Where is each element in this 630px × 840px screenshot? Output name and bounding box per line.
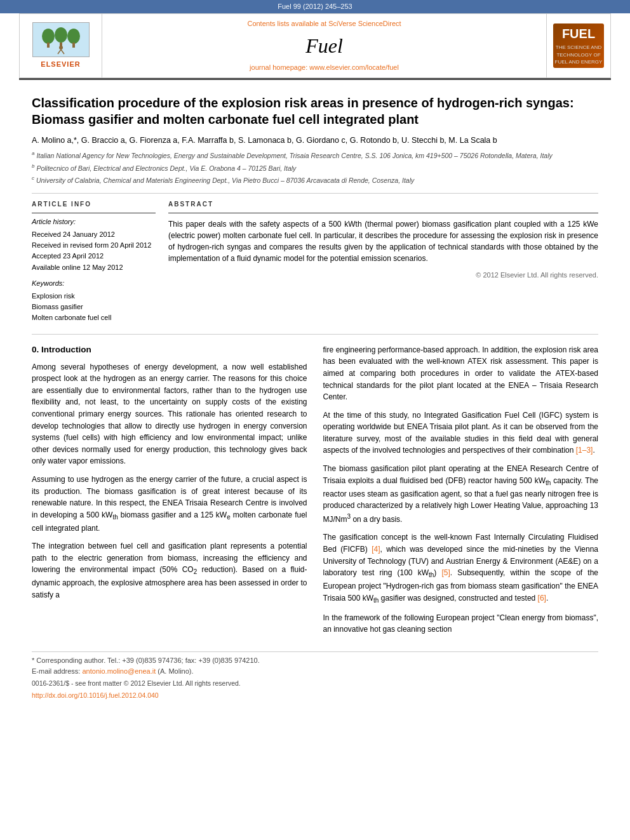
doi-line: http://dx.doi.org/10.1016/j.fuel.2012.04…	[32, 691, 598, 700]
affiliation-c-text: University of Calabria, Chemical and Mat…	[36, 176, 414, 183]
affiliation-a-text: Italian National Agency for New Technolo…	[36, 152, 552, 159]
affiliation-b-text: Politecnico of Bari, Electrical and Elec…	[36, 164, 296, 171]
section0-right-para5: In the framework of the following Europe…	[323, 612, 599, 636]
section0-right-para1: fire engineering performance-based appro…	[323, 344, 599, 403]
email-label: E-mail address:	[32, 667, 80, 675]
doi-link[interactable]: http://dx.doi.org/10.1016/j.fuel.2012.04…	[32, 691, 159, 699]
article-info-label: ARTICLE INFO	[32, 200, 156, 209]
section0-right-para2: At the time of this study, no Integrated…	[323, 410, 599, 457]
affiliation-b: b Politecnico of Bari, Electrical and El…	[32, 163, 598, 173]
copyright-line: © 2012 Elsevier Ltd. All rights reserved…	[168, 270, 598, 280]
footer-area: * Corresponding author. Tel.: +39 (0)835…	[32, 651, 598, 700]
abstract-label: ABSTRACT	[168, 200, 598, 209]
affiliation-a: a Italian National Agency for New Techno…	[32, 150, 598, 161]
sciverse-link-text[interactable]: SciVerse ScienceDirect	[328, 20, 401, 27]
fuel-logo-box: FUEL THE SCIENCE ANDTECHNOLOGY OFFUEL AN…	[553, 23, 604, 68]
email-address[interactable]: antonio.molino@enea.it	[82, 667, 156, 675]
svg-rect-6	[72, 43, 75, 48]
available-date: Available online 12 May 2012	[32, 263, 156, 272]
journal-title-large: Fuel	[305, 32, 343, 60]
journal-homepage-line: journal homepage: www.elsevier.com/locat…	[250, 63, 399, 72]
authors-line: A. Molino a,*, G. Braccio a, G. Fiorenza…	[32, 135, 598, 147]
elsevier-logo-image	[32, 22, 90, 57]
body-two-col: 0. Introduction Among several hypotheses…	[32, 344, 598, 642]
elsevier-wordmark: ELSEVIER	[41, 60, 80, 69]
journal-header: ELSEVIER Contents lists available at Sci…	[19, 13, 611, 78]
article-title: Classification procedure of the explosio…	[32, 95, 598, 128]
copyright-text: 0016-2361/$ - see front matter © 2012 El…	[32, 679, 241, 687]
body-content: 0. Introduction Among several hypotheses…	[32, 344, 598, 642]
elsevier-tree-svg	[36, 23, 86, 55]
footnote-email: E-mail address: antonio.molino@enea.it (…	[32, 667, 598, 676]
body-left-col: 0. Introduction Among several hypotheses…	[32, 344, 307, 642]
body-right-col: fire engineering performance-based appro…	[323, 344, 599, 642]
abstract-col: ABSTRACT This paper deals with the safet…	[168, 200, 598, 324]
journal-center: Contents lists available at SciVerse Sci…	[102, 14, 547, 77]
top-bar: Fuel 99 (2012) 245–253	[0, 0, 630, 13]
ref-1-3[interactable]: [1–3]	[576, 446, 593, 455]
svg-rect-2	[47, 43, 50, 48]
divider-below-abstract	[32, 334, 598, 335]
affiliation-c-sup: c	[32, 175, 34, 181]
footnote-text: * Corresponding author. Tel.: +39 (0)835…	[32, 657, 260, 664]
elsevier-logo-area: ELSEVIER	[20, 14, 102, 77]
affiliation-b-sup: b	[32, 163, 34, 169]
fuel-logo-text: FUEL	[562, 25, 595, 43]
section0-para3: The integration between fuel cell and ga…	[32, 540, 307, 601]
keyword-2: Biomass gasifier	[32, 302, 156, 312]
affiliation-a-sup: a	[32, 150, 34, 156]
history-label: Article history:	[32, 217, 156, 227]
received-revised-date: Received in revised form 20 April 2012	[32, 241, 156, 250]
accepted-date: Accepted 23 April 2012	[32, 251, 156, 261]
fuel-logo-subtext: THE SCIENCE ANDTECHNOLOGY OFFUEL AND ENE…	[554, 43, 604, 67]
keywords-label: Keywords:	[32, 279, 156, 288]
affiliation-c: c University of Calabria, Chemical and M…	[32, 175, 598, 185]
affiliations: a Italian National Agency for New Techno…	[32, 150, 598, 185]
journal-ref-topbar: Fuel 99 (2012) 245–253	[278, 3, 352, 10]
keyword-1: Explosion risk	[32, 291, 156, 301]
received-date: Received 24 January 2012	[32, 230, 156, 239]
journal-homepage-link[interactable]: www.elsevier.com/locate/fuel	[309, 63, 399, 71]
section0-para2: Assuming to use hydrogen as the energy c…	[32, 474, 307, 534]
info-abstract-cols: ARTICLE INFO Article history: Received 2…	[32, 200, 598, 324]
ref-4[interactable]: [4]	[372, 545, 380, 554]
main-content: Classification procedure of the explosio…	[0, 80, 630, 710]
elsevier-logo: ELSEVIER	[32, 22, 90, 69]
sciverse-line: Contents lists available at SciVerse Sci…	[247, 19, 401, 29]
authors-text: A. Molino a,*, G. Braccio a, G. Fiorenza…	[32, 136, 497, 145]
section0-right-para4: The gasification concept is the well-kno…	[323, 531, 599, 605]
footnote-corresponding: * Corresponding author. Tel.: +39 (0)835…	[32, 656, 598, 665]
svg-point-1	[42, 29, 55, 44]
article-info-col: ARTICLE INFO Article history: Received 2…	[32, 200, 156, 324]
email-person: (A. Molino).	[158, 667, 193, 675]
ref-5[interactable]: [5]	[441, 568, 450, 577]
section0-para1: Among several hypotheses of energy devel…	[32, 361, 307, 467]
divider-above-info	[32, 193, 598, 194]
svg-point-7	[59, 46, 63, 50]
ref-6[interactable]: [6]	[538, 594, 546, 603]
svg-point-3	[55, 27, 67, 43]
abstract-body: This paper deals with the safety aspects…	[168, 218, 598, 264]
info-top-rule	[32, 213, 156, 213]
section0-heading: 0. Introduction	[32, 344, 307, 356]
section0-right-para3: The biomass gasification pilot plant ope…	[323, 463, 599, 525]
fuel-logo-area: FUEL THE SCIENCE ANDTECHNOLOGY OFFUEL AN…	[547, 14, 610, 77]
copyright-footer: 0016-2361/$ - see front matter © 2012 El…	[32, 679, 598, 688]
svg-point-5	[67, 29, 80, 44]
keyword-3: Molten carbonate fuel cell	[32, 313, 156, 323]
abstract-top-rule	[168, 213, 598, 213]
